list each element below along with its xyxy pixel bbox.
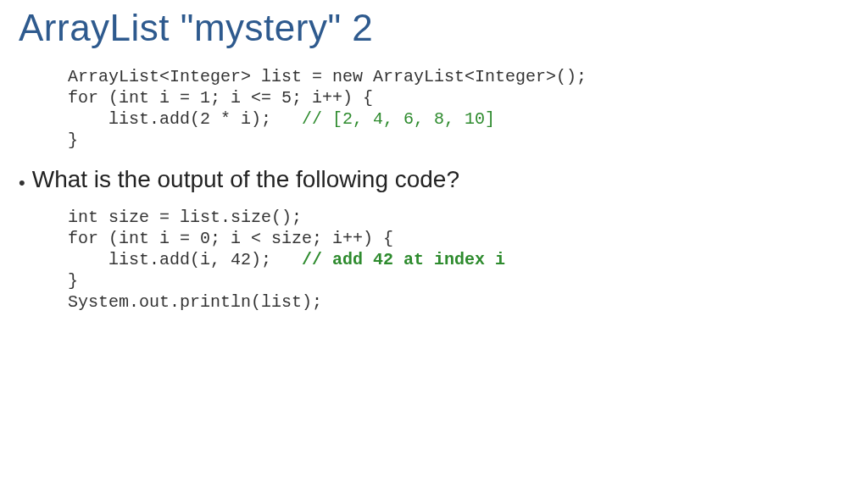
code-line: for (int i = 1; i <= 5; i++) { — [68, 88, 373, 108]
code-block-setup: ArrayList<Integer> list = new ArrayList<… — [68, 66, 868, 151]
slide: ArrayList "mystery" 2 ArrayList<Integer>… — [0, 0, 868, 488]
code-line: System.out.println(list); — [68, 292, 322, 312]
bullet-text: What is the output of the following code… — [32, 166, 459, 193]
bullet-item: • What is the output of the following co… — [19, 166, 868, 193]
bullet-dot-icon: • — [19, 174, 25, 192]
code-line: } — [68, 271, 78, 291]
code-line: list.add(2 * i); — [68, 109, 271, 129]
code-line: for (int i = 0; i < size; i++) { — [68, 229, 393, 248]
code-line: list.add(i, 42); — [68, 250, 271, 269]
code-block-question: int size = list.size(); for (int i = 0; … — [68, 207, 868, 313]
code-line: } — [68, 130, 78, 150]
code-comment: // add 42 at index i — [271, 250, 505, 269]
code-line: int size = list.size(); — [68, 208, 302, 227]
code-comment: // [2, 4, 6, 8, 10] — [271, 109, 495, 129]
code-line: ArrayList<Integer> list = new ArrayList<… — [68, 67, 587, 86]
slide-title: ArrayList "mystery" 2 — [0, 0, 868, 59]
